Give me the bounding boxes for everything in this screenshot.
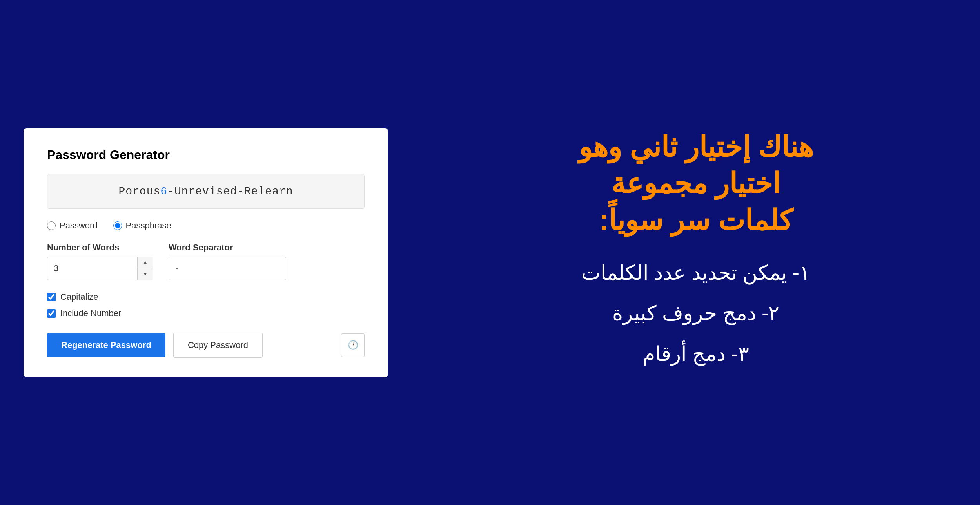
copy-button[interactable]: Copy Password (173, 333, 263, 358)
include-number-checkbox[interactable] (47, 309, 56, 318)
arabic-title: هناك إختيار ثاني وهو اختيار مجموعة كلمات… (579, 129, 813, 239)
radio-passphrase-input[interactable] (113, 221, 122, 230)
num-words-group: Number of Words ▲ ▼ (47, 243, 153, 280)
word-separator-group: Word Separator (169, 243, 286, 280)
arabic-list: ١- يمكن تحديد عدد الكلمات ٢- دمج حروف كب… (581, 255, 810, 376)
radio-password-label: Password (60, 221, 98, 231)
radio-passphrase-label: Passphrase (126, 221, 171, 231)
password-highlight: 6 (160, 185, 167, 197)
capitalize-checkbox[interactable] (47, 293, 56, 301)
arabic-item-1: ١- يمكن تحديد عدد الكلمات (581, 255, 810, 291)
capitalize-label: Capitalize (60, 292, 98, 302)
radio-password-input[interactable] (47, 221, 56, 230)
password-display: Porous6-Unrevised-Relearn (47, 174, 365, 209)
include-number-option[interactable]: Include Number (47, 308, 365, 319)
radio-group: Password Passphrase (47, 221, 365, 231)
word-separator-label: Word Separator (169, 243, 286, 253)
history-button[interactable]: 🕐 (341, 333, 365, 357)
include-number-label: Include Number (60, 308, 121, 319)
num-words-label: Number of Words (47, 243, 153, 253)
history-icon: 🕐 (348, 340, 358, 350)
spinner-buttons: ▲ ▼ (137, 257, 153, 280)
word-separator-input[interactable] (169, 257, 286, 280)
checkbox-group: Capitalize Include Number (47, 292, 365, 319)
left-panel: Password Generator Porous6-Unrevised-Rel… (0, 0, 412, 505)
fields-row: Number of Words ▲ ▼ Word Separator (47, 243, 365, 280)
arabic-item-3: ٣- دمج أرقام (581, 336, 810, 373)
capitalize-option[interactable]: Capitalize (47, 292, 365, 302)
arabic-title-line1: هناك إختيار ثاني وهو (579, 131, 813, 163)
password-suffix: -Unrevised-Relearn (167, 185, 293, 197)
buttons-row: Regenerate Password Copy Password 🕐 (47, 333, 365, 358)
regenerate-button[interactable]: Regenerate Password (47, 333, 165, 357)
password-generator-card: Password Generator Porous6-Unrevised-Rel… (24, 128, 388, 377)
spinner-up-button[interactable]: ▲ (138, 257, 153, 269)
radio-passphrase-option[interactable]: Passphrase (113, 221, 171, 231)
card-title: Password Generator (47, 148, 365, 162)
spinner-down-button[interactable]: ▼ (138, 268, 153, 280)
arabic-title-line2: اختيار مجموعة (611, 168, 780, 199)
arabic-title-line3: كلمات سر سوياً: (599, 205, 793, 236)
right-panel: هناك إختيار ثاني وهو اختيار مجموعة كلمات… (412, 105, 980, 400)
password-prefix: Porous (118, 185, 160, 197)
num-words-input-wrapper: ▲ ▼ (47, 257, 153, 280)
radio-password-option[interactable]: Password (47, 221, 98, 231)
arabic-item-2: ٢- دمج حروف كبيرة (581, 295, 810, 332)
